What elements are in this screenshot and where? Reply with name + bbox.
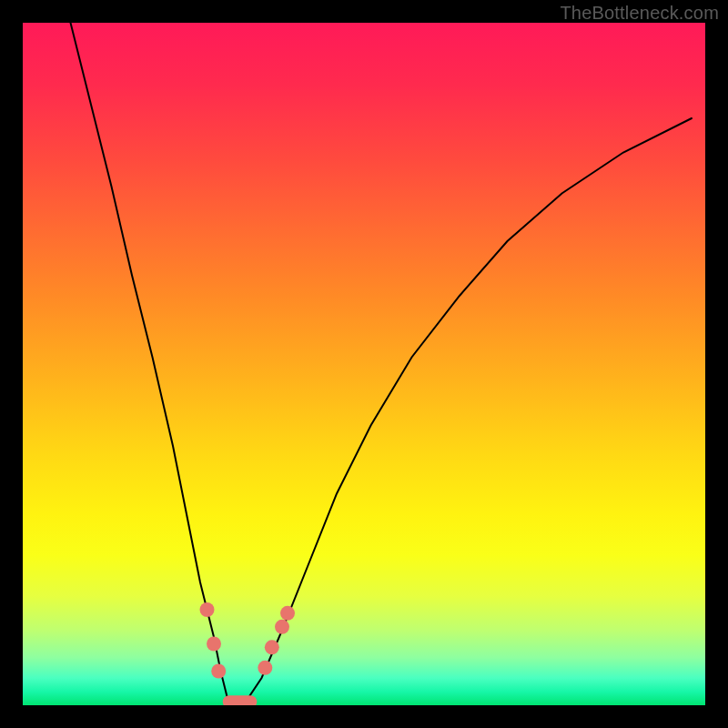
curve-marker <box>280 606 295 621</box>
attribution-label: TheBottleneck.com <box>560 3 719 24</box>
curve-marker <box>258 661 272 675</box>
curve-marker <box>200 602 215 617</box>
bottleneck-curve <box>71 23 693 705</box>
optimal-range-pill <box>223 695 257 705</box>
chart-svg <box>23 23 705 705</box>
chart-area <box>23 23 705 705</box>
curve-markers <box>200 602 296 679</box>
curve-marker <box>211 664 226 679</box>
curve-marker <box>207 637 221 652</box>
curve-marker <box>265 640 279 654</box>
curve-marker <box>275 620 289 634</box>
